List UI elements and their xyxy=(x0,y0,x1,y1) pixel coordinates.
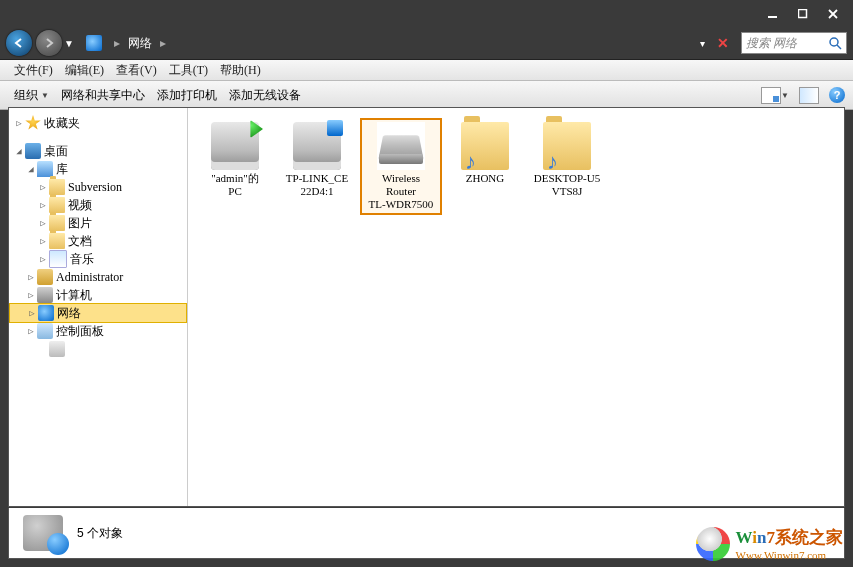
computer-media-icon xyxy=(211,122,259,170)
breadcrumb-separator: ▸ xyxy=(114,36,120,50)
tree-computer[interactable]: ▷计算机 xyxy=(9,286,187,304)
tree-video[interactable]: ▷视频 xyxy=(9,196,187,214)
status-bar: 5 个对象 xyxy=(8,508,845,559)
folder-icon xyxy=(49,233,65,249)
folder-icon xyxy=(49,179,65,195)
breadcrumb-arrow[interactable]: ▸ xyxy=(160,36,166,50)
music-folder-icon xyxy=(461,122,509,170)
network-item-zhong[interactable]: ZHONG xyxy=(446,118,524,189)
back-button[interactable] xyxy=(6,30,32,56)
music-icon xyxy=(49,250,67,268)
network-item-desktop-u5[interactable]: DESKTOP-U5VTS8J xyxy=(528,118,606,202)
svg-rect-0 xyxy=(768,16,777,18)
stop-icon[interactable]: ✕ xyxy=(717,35,729,51)
organize-button[interactable]: 组织▼ xyxy=(8,85,55,106)
search-icon xyxy=(828,36,842,50)
tree-admin[interactable]: ▷Administrator xyxy=(9,268,187,286)
recycle-icon xyxy=(49,341,65,357)
tree-library[interactable]: ◢库 xyxy=(9,160,187,178)
network-icon xyxy=(86,35,102,51)
menu-view[interactable]: 查看(V) xyxy=(112,61,161,80)
network-icon xyxy=(38,305,54,321)
content-pane: "admin"的PC TP-LINK_CE22D4:1 WirelessRout… xyxy=(188,108,844,506)
music-folder-icon xyxy=(543,122,591,170)
menu-bar: 文件(F) 编辑(E) 查看(V) 工具(T) 帮助(H) xyxy=(0,59,853,81)
search-input[interactable]: 搜索 网络 xyxy=(741,32,847,54)
minimize-button[interactable] xyxy=(767,8,779,20)
search-placeholder: 搜索 网络 xyxy=(746,35,828,52)
preview-pane-button[interactable] xyxy=(799,87,819,104)
tree-desktop[interactable]: ◢桌面 xyxy=(9,142,187,160)
network-item-admin-pc[interactable]: "admin"的PC xyxy=(196,118,274,202)
refresh-dropdown[interactable]: ▾ xyxy=(700,38,705,49)
control-panel-icon xyxy=(37,323,53,339)
star-icon xyxy=(25,115,41,131)
toolbar: 组织▼ 网络和共享中心 添加打印机 添加无线设备 ▼ ? xyxy=(0,81,853,110)
view-options-button[interactable] xyxy=(761,87,781,104)
svg-rect-1 xyxy=(799,9,807,17)
network-status-icon xyxy=(23,515,63,551)
tree-subversion[interactable]: ▷Subversion xyxy=(9,178,187,196)
menu-file[interactable]: 文件(F) xyxy=(10,61,57,80)
desktop-icon xyxy=(25,143,41,159)
tree-recycle[interactable] xyxy=(9,340,187,358)
add-wireless-button[interactable]: 添加无线设备 xyxy=(223,85,307,106)
network-item-tplink[interactable]: TP-LINK_CE22D4:1 xyxy=(278,118,356,202)
tree-music[interactable]: ▷音乐 xyxy=(9,250,187,268)
history-dropdown[interactable]: ▼ xyxy=(64,38,74,49)
computer-device-icon xyxy=(293,122,341,170)
title-bar xyxy=(0,0,853,27)
folder-icon xyxy=(49,215,65,231)
tree-favorites[interactable]: ▷收藏夹 xyxy=(9,114,187,132)
network-item-wireless-router[interactable]: WirelessRouterTL-WDR7500 xyxy=(360,118,442,215)
library-icon xyxy=(37,161,53,177)
navigation-bar: ▼ ▸ 网络 ▸ ▾ ✕ 搜索 网络 xyxy=(0,27,853,59)
tree-control-panel[interactable]: ▷控制面板 xyxy=(9,322,187,340)
menu-edit[interactable]: 编辑(E) xyxy=(61,61,108,80)
close-button[interactable] xyxy=(827,8,839,20)
navigation-tree: ▷收藏夹 ◢桌面 ◢库 ▷Subversion ▷视频 ▷图片 ▷文档 ▷音乐 … xyxy=(9,108,188,506)
svg-point-4 xyxy=(830,38,838,46)
view-dropdown[interactable]: ▼ xyxy=(781,91,789,100)
maximize-button[interactable] xyxy=(797,8,809,20)
tree-pictures[interactable]: ▷图片 xyxy=(9,214,187,232)
network-center-button[interactable]: 网络和共享中心 xyxy=(55,85,151,106)
tree-documents[interactable]: ▷文档 xyxy=(9,232,187,250)
user-icon xyxy=(37,269,53,285)
status-text: 5 个对象 xyxy=(77,525,123,542)
help-icon[interactable]: ? xyxy=(829,87,845,103)
forward-button[interactable] xyxy=(36,30,62,56)
add-printer-button[interactable]: 添加打印机 xyxy=(151,85,223,106)
computer-icon xyxy=(37,287,53,303)
menu-help[interactable]: 帮助(H) xyxy=(216,61,265,80)
tree-network[interactable]: ▷网络 xyxy=(9,303,187,323)
svg-line-5 xyxy=(837,45,841,49)
breadcrumb-location[interactable]: 网络 xyxy=(128,35,152,52)
menu-tools[interactable]: 工具(T) xyxy=(165,61,212,80)
folder-icon xyxy=(49,197,65,213)
router-icon xyxy=(377,122,425,170)
